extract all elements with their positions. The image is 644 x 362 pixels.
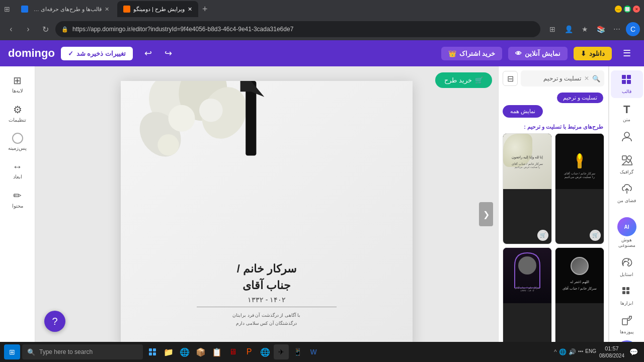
right-tool-graphic[interactable]: گرافیک: [611, 151, 643, 178]
buy-button[interactable]: 🛒 خرید طرح: [435, 72, 492, 88]
task-view-icon: [148, 348, 156, 356]
right-tool-text[interactable]: T متن: [611, 99, 643, 126]
right-tool-tools[interactable]: ابزارها: [611, 282, 643, 310]
tools-icon: [621, 286, 632, 300]
nav-extras: ⊞ 👤 ★ 📚 ⋯ C: [545, 22, 640, 36]
preview-icon: 👁: [515, 50, 522, 57]
copilot-button[interactable]: C: [626, 22, 640, 36]
cat-tab-all-label: نمایش همه: [510, 108, 535, 114]
toolbar-layers[interactable]: ⊞ لایه‌ها: [3, 70, 33, 98]
new-tab-button[interactable]: +: [202, 4, 208, 15]
edge-button[interactable]: 🌐: [177, 344, 192, 359]
browser-title-bar: ⊞ قالب‌ها و طرح‌های حرفه‌ای و رایگان ✕ و…: [0, 0, 644, 18]
more-button[interactable]: ⋯: [610, 22, 624, 36]
template-card-1[interactable]: إنا لله وإنا إليه راجعون سرکار خانم / جن…: [503, 133, 552, 244]
right-tool-ai[interactable]: AI هوشمصنوعی: [611, 213, 643, 252]
task-view-button[interactable]: [145, 344, 160, 359]
minimize-button[interactable]: —: [615, 6, 622, 13]
layers-icon: ⊞: [13, 74, 22, 86]
myspace-icon: [621, 184, 632, 197]
svg-rect-15: [622, 75, 626, 79]
back-button[interactable]: ‹: [4, 22, 18, 36]
menu-button[interactable]: ☰: [618, 44, 636, 62]
preview-button[interactable]: 👁 نمایش آنلاین: [508, 47, 568, 60]
browser-tab-1[interactable]: قالب‌ها و طرح‌های حرفه‌ای و رایگان ✕: [15, 1, 115, 17]
app-4-button[interactable]: 📋: [209, 344, 224, 359]
template-card-3[interactable]: سرکار خانم / جناب آقای۱۴۰۲ - ۱۳۳۲ 🛒: [503, 247, 552, 358]
app-6-button[interactable]: P: [242, 344, 257, 359]
canvas-desc-text: با آگاهی از درگذشت آن فرد برایتاندرگذشتگ…: [150, 311, 383, 327]
maximize-button[interactable]: ⬜: [624, 6, 631, 13]
notification-button[interactable]: 💬: [627, 348, 640, 356]
collections-button[interactable]: 📚: [594, 22, 608, 36]
favorites-button[interactable]: ★: [578, 22, 592, 36]
template-cart-1[interactable]: 🛒: [537, 230, 548, 241]
undo-redo-group: ↩ ↪: [139, 44, 177, 62]
app-10-button[interactable]: W: [306, 344, 321, 359]
background-icon: [12, 133, 23, 144]
svg-point-13: [578, 153, 581, 159]
app-5-button[interactable]: 🖥: [225, 344, 240, 359]
extensions-tool-label: پیوزه‌ها: [620, 329, 634, 334]
template-text-1: إنا لله وإنا إليه راجعون سرکار خانم / جن…: [510, 152, 545, 171]
redo-button[interactable]: ↪: [159, 44, 177, 62]
tray-battery-icon[interactable]: ▪▪▪: [578, 348, 584, 355]
search-input[interactable]: [525, 75, 581, 82]
right-tool-template[interactable]: قالب: [611, 70, 643, 98]
tab-close-1[interactable]: ✕: [105, 6, 109, 13]
taskbar-search[interactable]: 🔍 Type here to search: [22, 344, 143, 359]
right-tool-extensions[interactable]: پیوزه‌ها: [611, 311, 643, 338]
refresh-button[interactable]: ↻: [38, 22, 52, 36]
plugin-icon: [621, 315, 632, 326]
layers-label: لایه‌ها: [12, 88, 23, 94]
template-card-2[interactable]: سرکار خانم / جناب آقایرا تسلیت عرض می‌کن…: [555, 133, 604, 244]
category-tab-all[interactable]: نمایش همه: [503, 105, 543, 118]
app-3-button[interactable]: 📦: [193, 344, 208, 359]
templates-sidebar: ⊟ ✕ 🔍 تسلیت و ترحیم: [499, 66, 609, 362]
help-button[interactable]: ?: [44, 311, 65, 332]
canvas-expand-button[interactable]: ❯: [479, 202, 493, 226]
start-button[interactable]: ⊞: [4, 344, 20, 359]
tray-volume-icon[interactable]: 🔊: [569, 348, 576, 355]
app-7-button[interactable]: 🌐: [258, 344, 273, 359]
tab-close-2[interactable]: ✕: [188, 6, 192, 13]
search-clear-button[interactable]: ✕: [584, 75, 589, 82]
right-tool-style[interactable]: استایل: [611, 253, 643, 281]
app-8-button[interactable]: ✈: [274, 344, 289, 359]
filter-button[interactable]: ⊟: [503, 71, 518, 86]
browser-tab-2[interactable]: ویرایش طرح | دومینگو ✕: [117, 1, 198, 17]
save-button[interactable]: ✓ تغییرات ذخیره شد: [61, 47, 133, 60]
svg-rect-28: [622, 291, 625, 294]
svg-point-14: [518, 256, 536, 275]
share-button[interactable]: 👑 خرید اشتراک: [441, 47, 503, 60]
template-card-4[interactable]: اللهم اغفر لهسرکار خانم / جناب آقای 🛒: [555, 247, 604, 358]
brand-person-icon: [621, 131, 632, 142]
extensions-button[interactable]: ⊞: [545, 22, 559, 36]
close-button[interactable]: ✕: [633, 6, 640, 13]
tray-icon-1[interactable]: ^: [554, 348, 557, 355]
toolbar-content[interactable]: ✏ محتوا: [3, 186, 33, 213]
right-tool-brand[interactable]: [611, 127, 643, 150]
tab-label-2: ویرایش طرح | دومینگو: [133, 6, 185, 13]
dimensions-icon: ↔: [13, 161, 23, 172]
forward-button[interactable]: ›: [21, 22, 35, 36]
tray-lang-icon[interactable]: ENG: [585, 348, 596, 355]
file-explorer-button[interactable]: 📁: [161, 344, 176, 359]
toolbar-dimensions[interactable]: ↔ ابعاد: [3, 157, 33, 184]
ai-badge-label: AI: [624, 224, 629, 230]
active-tag[interactable]: تسلیت و ترحیم: [557, 93, 603, 103]
app-9-button[interactable]: 📱: [290, 344, 305, 359]
toolbar-background[interactable]: پس‌زمینه: [3, 129, 33, 155]
taskbar-clock[interactable]: 01:57 08/08/2024: [599, 345, 624, 358]
search-input-wrapper: ✕ 🔍: [521, 70, 604, 86]
toolbar-settings[interactable]: ⚙ تنظیمات: [3, 100, 33, 127]
tray-network-icon[interactable]: 🌐: [559, 348, 567, 355]
undo-button[interactable]: ↩: [139, 44, 157, 62]
right-tool-myspace[interactable]: فضای من: [611, 179, 643, 207]
profile-button[interactable]: 👤: [561, 22, 576, 36]
section-title-keyword: تسلیت و ترحیم: [527, 124, 561, 130]
address-bar[interactable]: 🔒 https://app.domingo.ir/editor?industry…: [55, 21, 540, 37]
ai-badge: AI: [617, 217, 636, 236]
template-cart-2[interactable]: 🛒: [590, 230, 601, 241]
download-button[interactable]: ⬇ دانلود: [574, 47, 612, 60]
